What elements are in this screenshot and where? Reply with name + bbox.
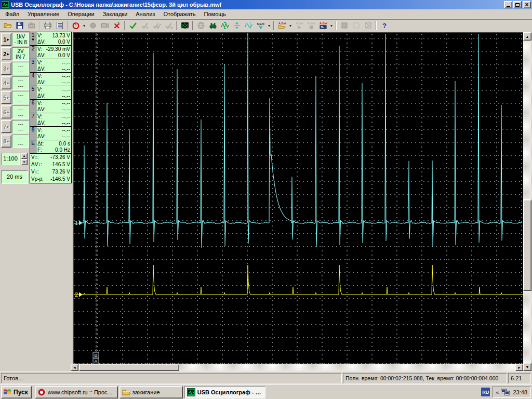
scroll-right-button[interactable]: ► xyxy=(515,364,523,371)
display-setup-button[interactable] xyxy=(54,20,65,31)
channel-5-button[interactable]: 5▶ xyxy=(1,91,11,104)
channel-2-range[interactable]: 2VIN 7 xyxy=(12,47,29,61)
system-tray: « 23:48 xyxy=(492,387,531,398)
compare-open-button-dropdown[interactable]: ▾ xyxy=(288,20,293,31)
clear-button[interactable] xyxy=(111,20,123,31)
menu-item-6[interactable]: Отображать xyxy=(159,10,200,18)
scope-icon xyxy=(187,388,195,396)
wave-measure-button[interactable] xyxy=(243,20,255,31)
compare-open-button[interactable]: A:B+C xyxy=(276,20,288,31)
power-icon xyxy=(72,21,80,30)
compare-panel-button-dropdown[interactable]: ▾ xyxy=(329,20,334,31)
scroll-left-button[interactable]: ◄ xyxy=(71,364,78,371)
menu-item-3[interactable]: Операции xyxy=(63,10,98,18)
measure-channel-number: 1▼ xyxy=(30,32,36,45)
probe-ratio-field[interactable]: 1:100 xyxy=(1,153,20,165)
task-button-2[interactable]: зажигание xyxy=(119,386,183,398)
horizontal-scrollbar[interactable]: ◄ ► xyxy=(71,364,523,371)
ratio-down-button[interactable]: ▼ xyxy=(21,159,28,165)
taskbar: Пуск www.chipsoft.ru :: Прос...зажигание… xyxy=(0,384,532,399)
menu-item-1[interactable]: Файл xyxy=(1,10,23,18)
search-button[interactable] xyxy=(207,20,219,31)
channel-row-1: 1▶1kV- IN 8 xyxy=(1,33,30,46)
task-button-1[interactable]: www.chipsoft.ru :: Прос... xyxy=(35,386,118,398)
menu-item-5[interactable]: Анализ xyxy=(131,10,159,18)
measure-row-6: 6V:--.--ΔV:--.-- xyxy=(30,100,71,113)
record-settings-button xyxy=(99,20,111,31)
title-bar: USB Осциллограф - C:\Новая папка\зажиган… xyxy=(0,0,532,9)
ratio-up-button[interactable]: ▲ xyxy=(21,153,28,159)
measurement-panel: 1▼V:13.73 VΔV:0.0 V2V:-29.30 mVΔV:0.0 V3… xyxy=(30,32,72,183)
record-icon xyxy=(89,21,97,30)
scroll-up-button[interactable]: ▲ xyxy=(523,32,531,41)
channel-row-6: 6▶------ xyxy=(1,105,30,119)
vertical-scrollbar[interactable]: ▲ ▼ xyxy=(523,32,531,371)
export-fragment-button xyxy=(25,20,37,31)
task-button-3[interactable]: USB Осциллограф - C... xyxy=(184,386,265,398)
toolbar-separator xyxy=(124,21,125,30)
checka-icon xyxy=(141,21,149,30)
channel-6-range[interactable]: ------ xyxy=(12,105,29,119)
timebase-field[interactable]: 20 ms xyxy=(1,170,28,184)
print-button[interactable] xyxy=(42,20,54,31)
network-tray-icon[interactable] xyxy=(501,389,510,396)
channel-8-button[interactable]: 8▶ xyxy=(1,135,11,148)
channel-1-button[interactable]: 1▶ xyxy=(1,33,11,46)
tray-chevron-icon[interactable]: « xyxy=(496,389,499,395)
channel-8-range[interactable]: ------ xyxy=(12,135,29,148)
channel-4-button[interactable]: 4▶ xyxy=(1,76,11,89)
memory-button-dropdown[interactable]: ▾ xyxy=(267,20,272,31)
channel-2-marker-arrow-icon xyxy=(79,292,83,297)
channel-7-range[interactable]: ------ xyxy=(12,120,29,134)
channel-2-button[interactable]: 2▶ xyxy=(1,47,11,60)
minimize-icon xyxy=(507,6,510,7)
oscilloscope-display[interactable]: BA12 xyxy=(73,32,523,364)
channel-3-button[interactable]: 3▶ xyxy=(1,62,11,75)
channel-7-button[interactable]: 7▶ xyxy=(1,120,11,133)
display-icon xyxy=(181,21,189,30)
apply-button[interactable] xyxy=(127,20,139,31)
close-button[interactable]: × xyxy=(523,1,531,8)
channel-arrow-icon: ▶ xyxy=(7,96,9,99)
menu-item-4[interactable]: Закладки xyxy=(99,10,132,18)
language-indicator[interactable]: RU xyxy=(481,388,490,396)
compare-panel-button[interactable]: A:B+C xyxy=(317,20,329,31)
measure-channel-number: 3 xyxy=(30,59,36,72)
channel-arrow-icon: ▶ xyxy=(7,66,9,70)
channel-2-marker[interactable]: 2 xyxy=(75,291,78,298)
display-mode-button[interactable] xyxy=(179,20,191,31)
svg-text:A:B+C: A:B+C xyxy=(278,22,286,25)
power-button[interactable] xyxy=(70,20,82,31)
apply-next-button xyxy=(163,20,175,31)
status-bar: Готов... Полн. время: 00:00:02:215.088, … xyxy=(0,371,532,384)
abcopen-icon: A:B+C xyxy=(278,21,286,30)
scroll-down-button[interactable]: ▼ xyxy=(523,363,531,371)
memory-button[interactable]: MEM xyxy=(255,20,267,31)
status-message: Готов... xyxy=(1,373,342,383)
channel-1-range[interactable]: 1kV- IN 8 xyxy=(12,33,29,46)
measure-channel-number: 2 xyxy=(30,46,36,59)
channel-3-range[interactable]: ------ xyxy=(12,62,29,75)
help-button[interactable]: ? xyxy=(378,20,390,31)
measure-row-1: 1▼V:13.73 VΔV:0.0 V xyxy=(30,32,71,46)
cursor-measure-button[interactable] xyxy=(231,20,243,31)
restore-button[interactable] xyxy=(513,1,522,8)
channel-4-range[interactable]: ------ xyxy=(12,76,29,90)
recset-icon xyxy=(101,21,109,30)
channel-1-marker[interactable]: 1 xyxy=(75,220,78,226)
power-button-dropdown[interactable]: ▾ xyxy=(82,20,87,31)
open-file-button[interactable] xyxy=(2,20,14,31)
menu-item-2[interactable]: Управление xyxy=(23,10,63,18)
toolbar-separator xyxy=(176,21,177,30)
horizontal-scroll-thumb[interactable] xyxy=(79,364,179,371)
channel-5-range[interactable]: ------ xyxy=(12,91,29,104)
channel-arrow-icon: ▶ xyxy=(7,125,9,128)
save-file-button[interactable] xyxy=(14,20,25,31)
autofit-button[interactable] xyxy=(219,20,231,31)
start-button[interactable]: Пуск xyxy=(1,386,32,398)
channel-6-button[interactable]: 6▶ xyxy=(1,105,11,118)
vertical-scroll-thumb[interactable] xyxy=(523,200,531,291)
menu-item-7[interactable]: Помощь xyxy=(200,10,231,18)
measure-channel-number: E xyxy=(30,140,36,153)
minimize-button[interactable] xyxy=(504,1,512,8)
